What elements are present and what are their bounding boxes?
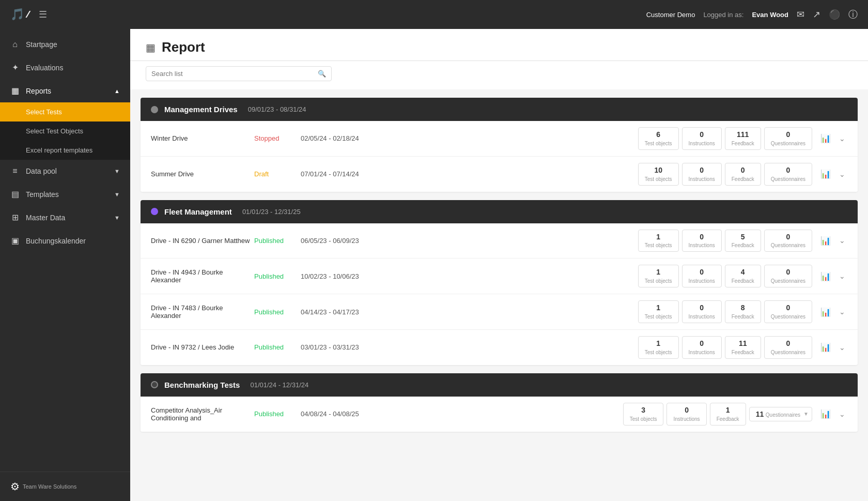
topbar-right: Customer Demo Logged in as: Evan Wood ✉ … bbox=[646, 8, 858, 21]
footer-logo-icon: ⚙ bbox=[10, 480, 20, 493]
stat-questionnaires: 0 Questionnaires bbox=[764, 336, 812, 359]
sidebar-item-evaluations[interactable]: ✦ Evaluations bbox=[0, 56, 130, 79]
content-header: ▦ Report bbox=[130, 29, 868, 61]
group-header-benchmarking-tests: Benchmarking Tests 01/01/24 - 12/31/24 bbox=[141, 373, 858, 397]
drive-actions: 📊 ⌄ bbox=[818, 305, 847, 319]
expand-button[interactable]: ⌄ bbox=[837, 234, 847, 247]
group-benchmarking-tests: Benchmarking Tests 01/01/24 - 12/31/24 C… bbox=[141, 373, 858, 432]
sidebar-item-templates[interactable]: ▤ Templates ▼ bbox=[0, 183, 130, 206]
drive-actions: 📊 ⌄ bbox=[818, 340, 847, 354]
stat-test-objects: 1 Test objects bbox=[638, 230, 679, 252]
sidebar: ⌂ Startpage ✦ Evaluations ▦ Reports ▲ Se… bbox=[0, 29, 130, 501]
drive-dates: 04/08/24 - 04/08/25 bbox=[301, 410, 623, 418]
drive-name: Drive - IN 6290 / Garner Matthew bbox=[151, 237, 254, 245]
report-page-icon: ▦ bbox=[146, 41, 156, 54]
logout-icon[interactable]: ↗ bbox=[813, 9, 820, 20]
main-layout: ⌂ Startpage ✦ Evaluations ▦ Reports ▲ Se… bbox=[0, 29, 868, 501]
stat-instructions: 0 Instructions bbox=[682, 163, 722, 186]
sidebar-label-buchungskalender: Buchungskalender bbox=[26, 237, 86, 245]
logo: 🎵 ∕∕ bbox=[10, 8, 28, 21]
search-bar: 🔍 bbox=[146, 66, 332, 81]
reports-submenu: Select Tests Select Test Objects Excel r… bbox=[0, 102, 130, 160]
user-name: Evan Wood bbox=[752, 11, 788, 19]
expand-button[interactable]: ⌄ bbox=[837, 306, 847, 318]
stat-test-objects: 6 Test objects bbox=[638, 127, 679, 150]
drive-dates: 06/05/23 - 06/09/23 bbox=[301, 237, 638, 245]
drive-actions: 📊 ⌄ bbox=[818, 407, 847, 421]
search-icon[interactable]: 🔍 bbox=[318, 70, 326, 78]
drive-stats: 1 Test objects 0 Instructions 5 Feedback… bbox=[638, 230, 812, 252]
search-bar-row: 🔍 bbox=[130, 61, 868, 89]
expand-button[interactable]: ⌄ bbox=[837, 168, 847, 180]
group-name-fleet-management: Fleet Management bbox=[164, 207, 232, 216]
stat-questionnaires: 0 Questionnaires bbox=[764, 265, 812, 287]
sidebar-item-excel-report-templates[interactable]: Excel report templates bbox=[0, 141, 130, 160]
stat-test-objects: 3 Test objects bbox=[623, 403, 664, 426]
home-icon: ⌂ bbox=[10, 40, 20, 49]
drive-status: Draft bbox=[254, 170, 301, 178]
drive-stats: 1 Test objects 0 Instructions 4 Feedback… bbox=[638, 265, 812, 287]
topbar: 🎵 ∕∕ ☰ Customer Demo Logged in as: Evan … bbox=[0, 0, 868, 29]
stat-feedback: 5 Feedback bbox=[725, 230, 761, 252]
drive-name: Winter Drive bbox=[151, 134, 254, 142]
drive-dates: 04/14/23 - 04/17/23 bbox=[301, 308, 638, 316]
drive-row: Drive - IN 4943 / Bourke Alexander Publi… bbox=[141, 259, 858, 294]
group-dates-fleet-management: 01/01/23 - 12/31/25 bbox=[242, 208, 301, 216]
stat-test-objects: 10 Test objects bbox=[638, 163, 679, 186]
chart-button[interactable]: 📊 bbox=[818, 305, 833, 319]
drive-actions: 📊 ⌄ bbox=[818, 269, 847, 283]
sidebar-item-select-test-objects[interactable]: Select Test Objects bbox=[0, 122, 130, 141]
stat-feedback: 4 Feedback bbox=[725, 265, 761, 287]
sidebar-item-master-data[interactable]: ⊞ Master Data ▼ bbox=[0, 206, 130, 229]
search-input[interactable] bbox=[151, 70, 318, 78]
group-dot-fleet-management bbox=[151, 208, 158, 215]
group-header-fleet-management: Fleet Management 01/01/23 - 12/31/25 bbox=[141, 200, 858, 223]
chart-button[interactable]: 📊 bbox=[818, 234, 833, 248]
globe-icon[interactable]: ⚫ bbox=[829, 9, 840, 20]
drive-stats: 6 Test objects 0 Instructions 111 Feedba… bbox=[638, 127, 812, 150]
footer-logo-text: Team Ware Solutions bbox=[23, 483, 76, 490]
mail-icon[interactable]: ✉ bbox=[797, 9, 804, 20]
stat-feedback: 111 Feedback bbox=[725, 127, 761, 150]
logo-chevrons-icon: ∕∕ bbox=[27, 9, 28, 20]
stat-test-objects: 1 Test objects bbox=[638, 265, 679, 287]
chart-button[interactable]: 📊 bbox=[818, 167, 833, 181]
stat-instructions: 0 Instructions bbox=[682, 336, 722, 359]
stat-instructions: 0 Instructions bbox=[682, 300, 722, 323]
chart-button[interactable]: 📊 bbox=[818, 407, 833, 421]
sidebar-item-buchungskalender[interactable]: ▣ Buchungskalender bbox=[0, 229, 130, 252]
chart-button[interactable]: 📊 bbox=[818, 131, 833, 145]
help-icon[interactable]: ⓘ bbox=[848, 8, 858, 21]
sidebar-item-data-pool[interactable]: ≡ Data pool ▼ bbox=[0, 160, 130, 183]
sidebar-item-select-tests[interactable]: Select Tests bbox=[0, 102, 130, 122]
stat-questionnaires: 0 Questionnaires bbox=[764, 163, 812, 186]
drive-actions: 📊 ⌄ bbox=[818, 234, 847, 248]
stat-instructions: 0 Instructions bbox=[682, 265, 722, 287]
expand-button[interactable]: ⌄ bbox=[837, 270, 847, 282]
stat-instructions: 0 Instructions bbox=[667, 403, 706, 426]
stat-feedback: 8 Feedback bbox=[725, 300, 761, 323]
drive-stats: 3 Test objects 0 Instructions 1 Feedback… bbox=[623, 403, 812, 426]
group-name-benchmarking-tests: Benchmarking Tests bbox=[164, 381, 240, 389]
templates-icon: ▤ bbox=[10, 189, 20, 199]
menu-toggle-button[interactable]: ☰ bbox=[39, 9, 47, 20]
group-header-management-drives: Management Drives 09/01/23 - 08/31/24 bbox=[141, 98, 858, 121]
expand-button[interactable]: ⌄ bbox=[837, 408, 847, 420]
questionnaires-dropdown[interactable]: 11 Questionnaires ▼ bbox=[749, 407, 812, 421]
drive-status: Published bbox=[254, 410, 301, 418]
drive-row: Winter Drive Stopped 02/05/24 - 02/18/24… bbox=[141, 121, 858, 157]
group-dates-benchmarking-tests: 01/01/24 - 12/31/24 bbox=[250, 381, 308, 389]
reports-icon: ▦ bbox=[10, 86, 20, 96]
sidebar-label-master-data: Master Data bbox=[26, 214, 65, 222]
sidebar-item-startpage[interactable]: ⌂ Startpage bbox=[0, 33, 130, 56]
chart-button[interactable]: 📊 bbox=[818, 269, 833, 283]
chart-button[interactable]: 📊 bbox=[818, 340, 833, 354]
expand-button[interactable]: ⌄ bbox=[837, 341, 847, 354]
sidebar-item-reports[interactable]: ▦ Reports ▲ bbox=[0, 79, 130, 102]
sidebar-label-startpage: Startpage bbox=[26, 40, 57, 49]
stat-instructions: 0 Instructions bbox=[682, 230, 722, 252]
stat-questionnaires: 0 Questionnaires bbox=[764, 300, 812, 323]
expand-button[interactable]: ⌄ bbox=[837, 132, 847, 145]
drive-stats: 1 Test objects 0 Instructions 11 Feedbac… bbox=[638, 336, 812, 359]
drive-row: Competitor Analysis_Air Conditioning and… bbox=[141, 397, 858, 432]
